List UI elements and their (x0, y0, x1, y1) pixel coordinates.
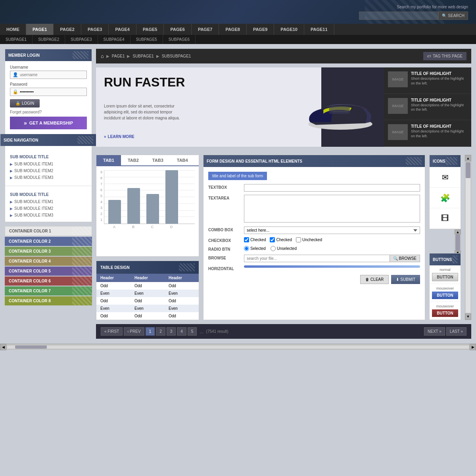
nav-page4[interactable]: PAGE4 (109, 24, 136, 35)
table-cell: Odd (165, 282, 199, 290)
membership-button[interactable]: » GET A MEMBERSHIP (10, 117, 87, 129)
submit-button[interactable]: ⬇ SUBMIT (391, 275, 420, 284)
combo-label: COMBO BOX (208, 226, 240, 232)
container-color-4[interactable]: CONTAINER COLOR 4 (5, 257, 92, 266)
combo-select[interactable]: select here... Option 1 Option 2 Option … (244, 226, 420, 234)
side-nav-item-1-2[interactable]: ▶SUB MODULE ITEM2 (5, 167, 92, 174)
tab-3[interactable]: TAB3 (146, 155, 170, 165)
trash-icon: 🗑 (365, 277, 369, 282)
container-color-1[interactable]: CONTAINER COLOR 1 (5, 226, 92, 236)
scroll-right-arrow[interactable]: ▶ (470, 344, 476, 350)
checkbox-input-1[interactable] (244, 237, 249, 242)
demo-button-hover2[interactable]: BUTTON (432, 309, 458, 317)
page-button-4[interactable]: 4 (177, 327, 186, 336)
x-label-c: C (146, 225, 159, 229)
textarea-input[interactable] (244, 195, 420, 223)
radio-selected[interactable]: Selected (244, 246, 266, 251)
subnav-subpage5[interactable]: SUBPAGE5 (131, 35, 163, 44)
side-nav-item-1-3[interactable]: ▶SUB MODULE ITEM3 (5, 174, 92, 181)
textbox-input[interactable] (244, 184, 420, 192)
side-nav-item-2-1[interactable]: ▶SUB MODULE ITEM1 (5, 198, 92, 205)
nav-page8[interactable]: PAGE8 (219, 24, 246, 35)
stripe-overlay (72, 257, 92, 266)
nav-page11[interactable]: PAGE11 (304, 24, 334, 35)
nav-page3[interactable]: PAGE3 (81, 24, 109, 35)
puzzle-icon: 🧩 (436, 191, 454, 205)
scroll-up-arrow[interactable]: ▲ (455, 230, 461, 234)
button-demo-hover2: mouseover BUTTON (430, 302, 461, 320)
login-button[interactable]: 🔒 LOGIN (10, 99, 40, 107)
browse-button[interactable]: 🔍 BROWSE (390, 255, 420, 262)
browse-label: BROWSE (208, 255, 240, 260)
browse-wrapper: 🔍 BROWSE (244, 255, 420, 262)
nav-page6[interactable]: PAGE6 (164, 24, 191, 35)
container-color-8[interactable]: CONTAINER COLOR 8 (5, 296, 92, 305)
demo-button-hover1[interactable]: BUTTON (432, 292, 458, 299)
checkbox-unchecked[interactable]: Unchecked (296, 237, 322, 242)
search-button-top[interactable]: 🔍 SEARCH (438, 12, 468, 20)
nav-page10[interactable]: PAGE10 (274, 24, 304, 35)
nav-page7[interactable]: PAGE7 (192, 24, 219, 35)
nav-page1[interactable]: PAGE1 (26, 24, 54, 35)
password-input[interactable] (20, 90, 84, 94)
learn-more-link[interactable]: » LEARN MORE (104, 134, 289, 139)
side-nav-item-2-3[interactable]: ▶SUB MODULE ITEM3 (5, 212, 92, 219)
forget-password-link[interactable]: Forget password? (10, 110, 87, 114)
next-page-button[interactable]: NEXT » (424, 327, 445, 336)
prev-page-button[interactable]: ‹ PREV (124, 327, 144, 336)
page-button-3[interactable]: 3 (167, 327, 176, 336)
page-dots: ... (198, 329, 205, 334)
container-color-2[interactable]: CONTAINER COLOR 2 (5, 237, 92, 246)
tab-2[interactable]: TAB2 (121, 155, 146, 165)
side-nav-item-1-1[interactable]: ▶SUB MODULE ITEM1 (5, 161, 92, 167)
radio-unselected[interactable]: Unselected (271, 246, 297, 251)
home-icon[interactable]: ⌂ (101, 53, 104, 59)
first-page-button[interactable]: « FIRST (101, 327, 123, 336)
breadcrumb-arrow-2: ▶ (127, 54, 130, 58)
breadcrumb-subsubpage1[interactable]: SUBSUBPAGE1 (162, 54, 191, 58)
scroll-left-arrow[interactable]: ◀ (0, 344, 6, 350)
breadcrumb-page1[interactable]: PAGE1 (112, 54, 125, 58)
nav-page9[interactable]: PAGE9 (247, 24, 274, 35)
subnav-subpage1[interactable]: SUBPAGE1 (0, 35, 33, 44)
tag-page-button[interactable]: 🏷 TAG THIS PAGE (423, 52, 466, 60)
breadcrumb-subpage1[interactable]: SUBPAGE1 (132, 54, 154, 58)
subnav-subpage3[interactable]: SUBPAGE3 (65, 35, 98, 44)
checkbox-input-3[interactable] (296, 237, 301, 242)
nav-home[interactable]: HOME (0, 24, 26, 35)
container-color-5[interactable]: CONTAINER COLOR 5 (5, 267, 92, 276)
checkbox-checked-2[interactable]: Checked (270, 237, 292, 242)
subnav-subpage4[interactable]: SUBPAGE4 (98, 35, 131, 44)
checkbox-checked-1[interactable]: Checked (244, 237, 266, 242)
scroll-top-arrow[interactable]: ▲ (465, 155, 471, 161)
login-box: MEMBER LOGIN Username 👤 Password 🔒 (5, 49, 92, 134)
container-color-7[interactable]: CONTAINER COLOR 7 (5, 286, 92, 296)
nav-page2[interactable]: PAGE2 (54, 24, 81, 35)
nav-page5[interactable]: PAGE5 (136, 24, 164, 35)
username-input[interactable] (20, 73, 84, 77)
tab-4[interactable]: TAB4 (170, 155, 195, 165)
page-button-2[interactable]: 2 (156, 327, 165, 336)
search-input-top[interactable] (359, 12, 438, 20)
download-icon: ⬇ (396, 277, 399, 282)
horizontal-bar[interactable] (244, 265, 420, 268)
container-color-6[interactable]: CONTAINER COLOR 6 (5, 276, 92, 286)
tab-1[interactable]: TAB1 (96, 155, 121, 165)
page-button-5[interactable]: 5 (188, 327, 197, 336)
subnav-subpage6[interactable]: SUBPAGE6 (163, 35, 196, 44)
checkbox-input-2[interactable] (270, 237, 275, 242)
side-nav-section-2: SUB MODULE TITLE ▶SUB MODULE ITEM1 ▶SUB … (5, 188, 92, 222)
side-nav-item-2-2[interactable]: ▶SUB MODULE ITEM2 (5, 205, 92, 212)
demo-button-normal[interactable]: BUTTON (432, 273, 458, 281)
last-page-button[interactable]: LAST » (446, 327, 466, 336)
textbox-input-wrapper (244, 184, 420, 192)
subnav-subpage2[interactable]: SUBPAGE2 (33, 35, 65, 44)
container-color-3[interactable]: CONTAINER COLOR 3 (5, 247, 92, 256)
icons-stripes (445, 157, 457, 165)
clear-button[interactable]: 🗑 CLEAR (360, 275, 389, 284)
radio-input-unselected[interactable] (271, 246, 276, 251)
scroll-bottom-arrow[interactable]: ▼ (465, 313, 471, 320)
browse-input[interactable] (244, 255, 390, 262)
radio-input-selected[interactable] (244, 246, 249, 251)
page-button-1[interactable]: 1 (146, 327, 155, 336)
